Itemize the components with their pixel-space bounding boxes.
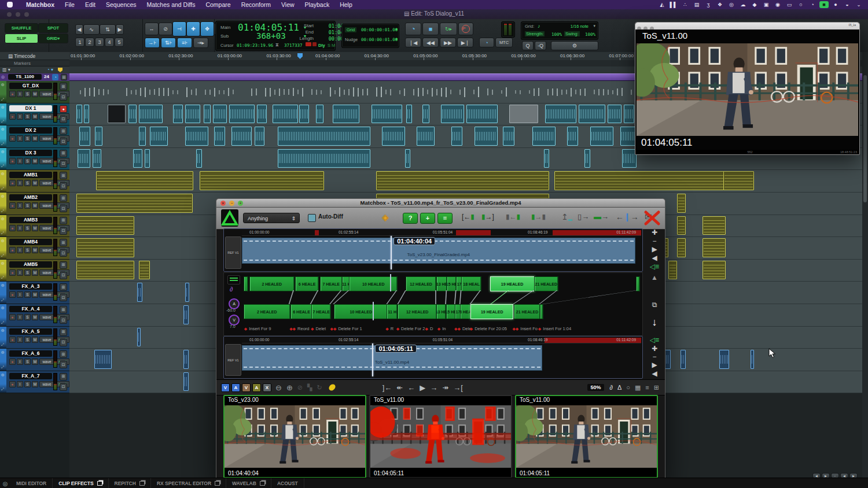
collapse-icon[interactable]: ◎ xyxy=(1,194,4,198)
track-name[interactable]: FX_A_3 xyxy=(9,283,52,290)
track-view-selector[interactable]: wave xyxy=(39,337,54,343)
link-edit-icon[interactable]: ⇅⊦ xyxy=(161,38,176,48)
track-header-fx-a-4[interactable]: ◎⤢FX_A_4▾●ISMwaveread⊞⊡ xyxy=(0,304,69,327)
track-view-selector[interactable]: wave xyxy=(39,180,54,186)
trim-tool-icon[interactable]: ⊣ xyxy=(172,21,186,36)
menu-item-matches-and-diffs[interactable]: Matches and Diffs xyxy=(142,1,201,8)
track-header-gt-dx[interactable]: ◎⤢GT_DX▾●ISMwaveread⊞⊡ xyxy=(0,81,69,103)
stop-button[interactable]: ■ xyxy=(422,23,439,35)
mode-shuffle-button[interactable]: SHUFFLE xyxy=(5,23,38,33)
mute-button[interactable]: M xyxy=(32,202,38,209)
heal-segment[interactable]: 7 HEALE xyxy=(311,304,330,319)
mute-button[interactable]: M xyxy=(32,381,38,387)
solo-button[interactable]: S xyxy=(24,202,31,209)
solo-button[interactable]: S xyxy=(24,381,31,387)
track-name[interactable]: AMB2 xyxy=(9,194,52,201)
resize-icon[interactable]: ⤢ xyxy=(1,120,4,124)
mute-button[interactable]: M xyxy=(32,180,38,186)
track-insert-button[interactable]: ⊞ xyxy=(60,283,67,291)
ref-track-top[interactable]: 01:00:00:0001:02:55:1401:05:51:0401:08:4… xyxy=(223,228,643,272)
go-first-icon[interactable]: ]← xyxy=(382,383,392,392)
search-icon[interactable]: ○ xyxy=(796,1,806,8)
jump-fwd-icon[interactable]: ↠ xyxy=(442,383,448,392)
track-view-selector[interactable]: wave xyxy=(39,314,54,320)
clip[interactable] xyxy=(96,171,193,190)
collapse-icon[interactable]: ◎ xyxy=(1,149,4,153)
record-enable-button[interactable]: ● xyxy=(9,314,16,320)
track-name[interactable]: AMB5 xyxy=(9,261,52,268)
nudge-label[interactable]: Nudge xyxy=(345,37,358,42)
clip[interactable] xyxy=(677,238,686,257)
input-monitor-button[interactable]: I xyxy=(17,91,23,97)
record-enable-button[interactable]: ● xyxy=(9,269,16,276)
clip[interactable] xyxy=(422,105,429,124)
clip[interactable] xyxy=(84,105,90,124)
mute-button[interactable]: M xyxy=(32,225,38,231)
clip[interactable] xyxy=(417,127,434,146)
tab-transient-icon[interactable]: →⊦ xyxy=(145,38,160,48)
screen-record-icon[interactable]: ■ xyxy=(819,1,829,8)
menu-item-view[interactable]: View xyxy=(276,1,300,8)
solo-button[interactable]: S xyxy=(24,225,31,231)
track-name[interactable]: DX 1 xyxy=(9,105,52,112)
solo-button[interactable]: S xyxy=(24,337,31,343)
resize-icon[interactable]: ⤢ xyxy=(1,187,4,191)
mute-button[interactable]: M xyxy=(32,91,38,97)
move-right-icon[interactable]: ▮→▮ xyxy=(531,213,546,221)
track-insert-button[interactable]: ⊞ xyxy=(60,217,67,224)
bracket-out-icon[interactable]: ▮→] xyxy=(481,213,494,221)
track-view-selector[interactable]: wave xyxy=(39,202,54,209)
clip[interactable] xyxy=(76,261,134,280)
settings-gear-button[interactable]: ⚙ xyxy=(551,41,598,50)
clip[interactable] xyxy=(723,171,753,190)
clip[interactable] xyxy=(185,127,208,146)
grid-value[interactable]: 00:00:00:01.00 xyxy=(361,27,398,32)
step-fwd-icon[interactable]: → xyxy=(430,383,437,392)
track-name[interactable]: DX 3 xyxy=(9,150,52,156)
filter-dropdown[interactable]: Anything⇕ xyxy=(243,213,300,223)
track-header-fx-a-6[interactable]: ◎⤢FX_A_6▾●ISMwaveread⊞⊡ xyxy=(0,349,69,371)
play-ref-icon[interactable]: ▶ xyxy=(649,245,660,254)
heal-lane-top[interactable]: 2 HEALED6 HEALE7 HEALE11 H10 HEALED12 HE… xyxy=(244,276,639,290)
clip[interactable] xyxy=(79,127,90,146)
input-monitor-button[interactable]: I xyxy=(17,135,23,142)
clip[interactable] xyxy=(681,350,686,369)
clip[interactable] xyxy=(333,105,359,124)
track-name[interactable]: FX_A_7 xyxy=(9,373,52,379)
clip[interactable] xyxy=(139,261,150,280)
mute-button[interactable]: M xyxy=(32,291,38,298)
clip[interactable] xyxy=(503,127,514,146)
track-send-button[interactable]: ⊡ xyxy=(60,316,67,324)
zoom-out-icon[interactable]: − xyxy=(649,237,660,246)
heal-marker[interactable]: ◆ R xyxy=(385,326,393,331)
help-match-button[interactable]: ? xyxy=(403,213,418,224)
quantize-button[interactable]: Q xyxy=(522,41,534,50)
clip[interactable] xyxy=(677,216,686,235)
statusbar-item-clip-effects[interactable]: CLIP EFFECTS xyxy=(53,478,108,488)
track-header-dx-3[interactable]: ◎⤢DX 3▾●ISMwaveread⊞⊡ xyxy=(0,148,69,171)
trash-apply-icon[interactable]: ▯→ xyxy=(578,212,589,221)
zoom-preset-2[interactable]: 2 xyxy=(85,38,94,47)
delta-view-icon[interactable]: Δ xyxy=(617,384,621,391)
step-back-icon[interactable]: ← xyxy=(407,383,415,392)
clip[interactable] xyxy=(668,261,677,280)
film-icon[interactable]: ▤ xyxy=(692,1,701,8)
clip[interactable] xyxy=(665,350,671,369)
heal-segment[interactable]: 6 HEALE xyxy=(295,276,319,291)
clip[interactable] xyxy=(703,238,726,257)
track-name[interactable]: GT_DX xyxy=(9,83,52,89)
thumb-zoom-level[interactable]: 50% xyxy=(587,384,604,391)
clip[interactable] xyxy=(584,149,590,168)
track-name[interactable]: FX_A_4 xyxy=(9,306,52,312)
clip[interactable] xyxy=(451,127,462,146)
track-header-fx-a-3[interactable]: ◎⤢FX_A_3▾●ISMwaveread⊞⊡ xyxy=(0,282,69,304)
track-view-selector[interactable]: wave xyxy=(39,291,54,298)
prism-icon[interactable]: ◭ xyxy=(657,1,667,8)
online-button[interactable]: ◔ xyxy=(479,38,494,47)
collapse-icon[interactable]: ◎ xyxy=(1,127,4,131)
clip[interactable] xyxy=(133,149,142,168)
clip[interactable] xyxy=(185,105,200,124)
clip[interactable] xyxy=(278,149,370,168)
input-monitor-button[interactable]: I xyxy=(17,314,23,320)
zoom-right-icon[interactable]: ▶ xyxy=(116,24,124,35)
